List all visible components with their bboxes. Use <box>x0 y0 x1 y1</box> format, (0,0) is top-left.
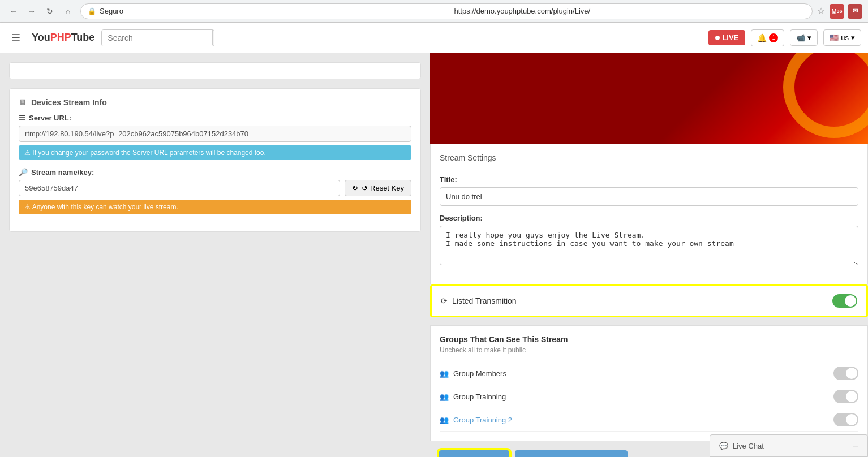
main-content: 🖥 Devices Stream Info ☰ Server URL: ⚠ If… <box>0 53 868 457</box>
group-row-training: 👥 Group Trainning <box>440 385 858 408</box>
reset-key-button[interactable]: ↻ ↺ Reset Key <box>345 180 411 196</box>
browser-extensions: M36 ✉ <box>830 4 862 19</box>
description-label: Description: <box>440 214 858 222</box>
devices-stream-info-card: 🖥 Devices Stream Info ☰ Server URL: ⚠ If… <box>9 88 421 232</box>
live-chat-minimize-button[interactable]: – <box>853 441 858 451</box>
alert-warning-text: ⚠ Anyone with this key can watch your li… <box>24 203 178 211</box>
group-row-members: 👥 Group Members <box>440 362 858 385</box>
top-card <box>9 62 421 79</box>
stream-key-warning-alert: ⚠ Anyone with this key can watch your li… <box>19 200 411 214</box>
notification-button[interactable]: 🔔 1 <box>751 29 784 46</box>
stream-key-row: ↻ ↺ Reset Key <box>19 180 411 196</box>
stream-key-label: 🔎 Stream name/key: <box>19 168 411 176</box>
listed-transmition-text: Listed Transmition <box>452 296 517 305</box>
left-panel: 🖥 Devices Stream Info ☰ Server URL: ⚠ If… <box>0 53 430 457</box>
search-input[interactable] <box>102 30 212 46</box>
logo-php: PHP <box>50 32 71 44</box>
language-button[interactable]: 🇺🇸 us ▾ <box>823 29 861 46</box>
camera-button[interactable]: 📹 ▾ <box>790 29 818 46</box>
home-button[interactable]: ⌂ <box>60 3 76 19</box>
lang-label: us <box>841 33 849 42</box>
url-secure-label: Seguro <box>100 7 451 15</box>
stream-preview <box>430 53 868 144</box>
forward-button[interactable]: → <box>24 3 40 19</box>
group-training2-name: 👥 Group Trainning 2 <box>440 416 512 424</box>
group-training2-toggle[interactable] <box>833 413 858 426</box>
group-members-toggle[interactable] <box>833 367 858 380</box>
flag-icon: 🇺🇸 <box>830 33 839 42</box>
group-training-name: 👥 Group Trainning <box>440 393 506 401</box>
reset-key-label: ↺ Reset Key <box>362 184 404 192</box>
group-members-icon: 👥 <box>440 369 449 378</box>
save-stream-button[interactable]: Save Stream <box>439 450 509 457</box>
lock-icon: 🔒 <box>88 7 96 15</box>
camera-dropdown-icon: ▾ <box>807 33 811 42</box>
browser-chrome: ← → ↻ ⌂ 🔒 Seguro https://demo.youphptube… <box>0 0 868 23</box>
logo-you: You <box>32 32 50 44</box>
listed-transmition-icon: ⟳ <box>441 296 448 305</box>
server-url-input[interactable] <box>19 126 411 142</box>
live-chat-label: 💬 Live Chat <box>719 442 764 450</box>
devices-stream-header: 🖥 Devices Stream Info <box>19 98 411 107</box>
server-url-icon: ☰ <box>19 114 25 122</box>
group-training2-slider <box>833 413 858 426</box>
group-row-training2: 👥 Group Trainning 2 <box>440 408 858 432</box>
server-url-info-alert: ⚠ If you change your password the Server… <box>19 145 411 160</box>
back-button[interactable]: ← <box>6 3 22 19</box>
server-url-label: ☰ Server URL: <box>19 114 411 122</box>
group-training-toggle[interactable] <box>833 390 858 403</box>
title-field: Title: <box>440 175 858 206</box>
listed-transmition-toggle[interactable] <box>832 294 857 308</box>
group-members-name: 👥 Group Members <box>440 369 506 378</box>
stream-key-input[interactable] <box>19 180 340 196</box>
live-label: LIVE <box>722 33 738 42</box>
notification-badge: 1 <box>769 33 778 42</box>
add-groups-button[interactable]: 👥 Add more user Groups <box>515 450 628 457</box>
extra-extension-icon: ✉ <box>848 4 862 19</box>
bell-icon: 🔔 <box>757 33 767 42</box>
live-chat-text: Live Chat <box>733 442 764 450</box>
bookmark-icon[interactable]: ☆ <box>817 6 825 16</box>
search-container: 🔍 <box>101 29 214 46</box>
devices-icon: 🖥 <box>19 98 27 107</box>
groups-subtitle: Uncheck all to make it public <box>440 346 858 354</box>
live-chat-icon: 💬 <box>719 442 728 450</box>
group-training-slider <box>833 390 858 403</box>
header-right: LIVE 🔔 1 📹 ▾ 🇺🇸 us ▾ <box>708 29 861 46</box>
right-panel: Stream Settings Title: Description: I re… <box>430 53 868 457</box>
alert-info-text: ⚠ If you change your password the Server… <box>24 149 266 157</box>
live-button[interactable]: LIVE <box>708 30 745 45</box>
stream-settings-title: Stream Settings <box>440 153 858 167</box>
live-dot <box>715 36 720 40</box>
server-url-group: ☰ Server URL: ⚠ If you change your passw… <box>19 114 411 160</box>
app-header: ☰ YouPHPTube 🔍 LIVE 🔔 1 📹 ▾ 🇺🇸 us ▾ <box>0 23 868 53</box>
address-bar[interactable]: 🔒 Seguro https://demo.youphptube.com/plu… <box>80 3 813 19</box>
groups-title: Groups That Can See This Stream <box>440 335 858 344</box>
reset-icon: ↻ <box>352 184 358 192</box>
hamburger-button[interactable]: ☰ <box>7 29 25 47</box>
title-label: Title: <box>440 175 858 184</box>
group-training2-link[interactable]: Group Trainning 2 <box>453 416 512 424</box>
logo-tube: Tube <box>71 32 95 44</box>
camera-icon: 📹 <box>796 33 805 42</box>
logo: YouPHPTube <box>32 32 94 44</box>
listed-transmition-row: ⟳ Listed Transmition <box>430 284 868 317</box>
stream-key-group: 🔎 Stream name/key: ↻ ↺ Reset Key ⚠ Anyon… <box>19 168 411 214</box>
title-input[interactable] <box>440 187 858 206</box>
devices-stream-title: Devices Stream Info <box>31 98 107 107</box>
group-training-label: Group Trainning <box>453 393 506 401</box>
search-button[interactable]: 🔍 <box>212 30 214 45</box>
url-text: https://demo.youphptube.com/plugin/Live/ <box>454 7 806 15</box>
description-field: Description: I really hope you guys enjo… <box>440 214 858 267</box>
refresh-button[interactable]: ↻ <box>42 3 58 19</box>
live-chat-bar[interactable]: 💬 Live Chat – <box>710 434 868 457</box>
nav-buttons: ← → ↻ ⌂ <box>6 3 76 19</box>
group-members-slider <box>833 367 858 380</box>
gmail-extension-icon: M36 <box>830 4 844 19</box>
description-textarea[interactable]: I really hope you guys enjoy the Live St… <box>440 226 858 265</box>
group-training2-icon: 👥 <box>440 416 449 424</box>
group-training-icon: 👥 <box>440 393 449 401</box>
toggle-slider-on <box>832 294 857 308</box>
lang-dropdown-icon: ▾ <box>851 33 855 42</box>
preview-circle-decoration <box>783 53 868 138</box>
